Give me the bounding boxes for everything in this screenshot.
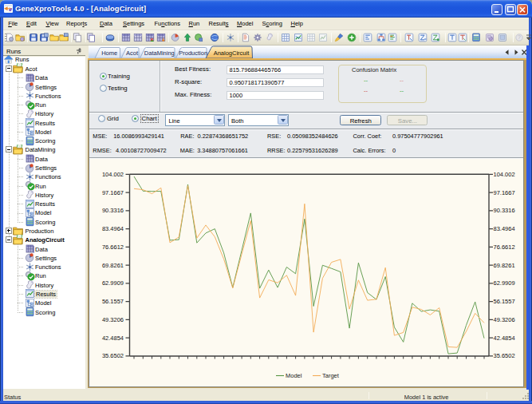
- svg-text:83.4964: 83.4964: [102, 225, 124, 232]
- svg-text:97.1667: 97.1667: [102, 189, 124, 196]
- svg-text:90.3316: 90.3316: [494, 207, 515, 214]
- svg-text:Model: Model: [286, 372, 302, 379]
- svg-text:49.3206: 49.3206: [494, 316, 515, 323]
- svg-text:Target: Target: [322, 372, 340, 379]
- svg-text:76.6612: 76.6612: [494, 244, 515, 251]
- svg-text:42.4854: 42.4854: [102, 335, 124, 342]
- svg-text:AnalogCircuit: AnalogCircuit: [214, 50, 250, 57]
- svg-text:83.4964: 83.4964: [494, 225, 515, 232]
- svg-text:?: ?: [518, 34, 522, 40]
- svg-text:62.9909: 62.9909: [494, 279, 515, 287]
- svg-text:76.6612: 76.6612: [102, 244, 124, 251]
- svg-text:Home: Home: [101, 50, 117, 57]
- svg-text:Acot: Acot: [126, 50, 139, 57]
- svg-text:56.1557: 56.1557: [494, 298, 515, 305]
- svg-text:97.1667: 97.1667: [494, 189, 515, 196]
- svg-text:DataMining: DataMining: [144, 50, 175, 57]
- svg-text:62.9909: 62.9909: [102, 279, 124, 287]
- svg-text:104.002: 104.002: [494, 171, 515, 178]
- svg-text:69.8261: 69.8261: [494, 262, 515, 269]
- svg-text:104.002: 104.002: [102, 171, 124, 178]
- svg-text:90.3316: 90.3316: [102, 207, 124, 214]
- svg-text:56.1557: 56.1557: [102, 298, 124, 305]
- svg-text:35.6502: 35.6502: [494, 352, 515, 359]
- svg-text:69.8261: 69.8261: [102, 262, 124, 269]
- svg-text:Production: Production: [179, 50, 207, 57]
- svg-text:35.6502: 35.6502: [102, 352, 124, 359]
- svg-text:42.4854: 42.4854: [494, 335, 515, 342]
- svg-text:49.3206: 49.3206: [102, 316, 124, 323]
